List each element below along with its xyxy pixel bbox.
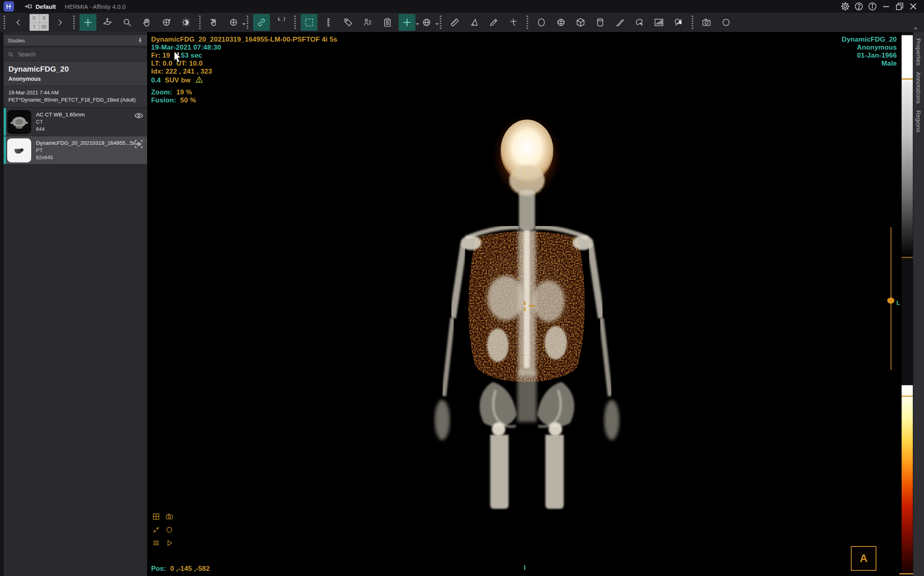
restore-button[interactable] (893, 1, 906, 12)
scale-ruler-button[interactable] (320, 14, 337, 31)
study-details[interactable]: 19-Mar-2021 7:44 AM PET^Dynamic_65min_PE… (4, 86, 147, 107)
viewport-corner-tools (152, 509, 174, 549)
eye-box-toggle[interactable] (134, 139, 144, 151)
ct-window-colorbar[interactable] (902, 35, 913, 257)
globe-button[interactable] (418, 14, 435, 31)
gear-icon (840, 1, 850, 12)
reset-button[interactable] (273, 14, 289, 31)
layout-cell-t[interactable]: T (30, 23, 39, 31)
lasso-icon (634, 17, 645, 28)
study-summary[interactable]: DynamicFDG_20 Anonymous (4, 62, 147, 86)
brush-button[interactable] (611, 14, 628, 31)
cylinder-roi-button[interactable] (592, 14, 609, 31)
window-level-button[interactable] (178, 14, 194, 31)
crosshair-button[interactable] (399, 14, 415, 31)
series-item[interactable]: AC CT WB_1.65mmCT644 (4, 108, 147, 136)
ellipse-roi-button[interactable] (533, 14, 550, 31)
sphere-roi-button[interactable] (553, 14, 569, 31)
help-circle-button[interactable] (852, 1, 866, 12)
angle-button[interactable] (466, 14, 483, 31)
pencil-button[interactable] (485, 14, 502, 31)
orientation-marker-inferior: I (524, 564, 526, 572)
mask-toggle-button[interactable] (670, 14, 687, 31)
lasso-button[interactable] (631, 14, 648, 31)
layout-selector-button[interactable]: CST3D (30, 14, 49, 31)
circle-marker-button[interactable] (165, 526, 174, 536)
toolbar-drag-handle[interactable] (73, 16, 75, 29)
camera-button[interactable] (698, 14, 715, 31)
tag-button[interactable] (340, 14, 357, 31)
tab-properties[interactable]: Properties (915, 35, 922, 69)
tab-regions[interactable]: Regions (915, 107, 922, 136)
point-marker-button[interactable] (505, 14, 522, 31)
orientation-button-anterior[interactable]: A (851, 546, 876, 571)
overlay-text: 19-Mar-2021 07:48:30 (151, 44, 221, 51)
workspace-name[interactable]: Default (36, 3, 56, 10)
overlay-zoom-fusion: Zoom:19 %Fusion:50 % (151, 88, 196, 104)
ruler-button[interactable] (446, 14, 463, 31)
link-button[interactable] (253, 14, 270, 31)
dropdown-caret-icon[interactable] (435, 23, 439, 25)
series-list: AC CT WB_1.65mmCT644DynamicFDG_20_202103… (4, 108, 147, 164)
gear-button[interactable] (838, 1, 852, 12)
fit-view-button[interactable] (301, 14, 317, 31)
eye-toggle[interactable] (134, 110, 144, 122)
oblique-plane-button[interactable] (99, 14, 116, 31)
zoom-button[interactable] (119, 14, 136, 31)
circle-tool-button[interactable] (718, 14, 734, 31)
menu-button[interactable] (152, 539, 160, 549)
patient-info-button[interactable] (359, 14, 376, 31)
series-thumbnail[interactable] (7, 138, 31, 162)
crosshair-icon (402, 17, 412, 28)
dropdown-caret-icon[interactable] (242, 23, 245, 25)
toolbar-drag-handle[interactable] (527, 16, 528, 29)
move-series-button[interactable] (206, 14, 222, 31)
overlay-line: 0.4SUV bw (151, 76, 337, 86)
grid-layout-icon (152, 512, 160, 521)
ct-window-marker[interactable] (902, 78, 913, 80)
rotate-3d-button[interactable] (158, 14, 175, 31)
snapshot-button[interactable] (165, 512, 174, 522)
overlay-line: Zoom:19 % (151, 88, 196, 96)
chevron-left-button[interactable] (10, 14, 27, 31)
cube-roi-button[interactable] (572, 14, 589, 31)
close-button[interactable] (906, 1, 920, 12)
corner-tools-row (152, 512, 174, 522)
rotate-3d-icon (161, 17, 172, 28)
image-viewport[interactable]: DynamicFDG_20_20210319_164955-LM-00-PSFT… (147, 32, 902, 576)
toolbar-drag-handle[interactable] (440, 16, 441, 29)
chevron-right-button[interactable] (52, 14, 68, 31)
toolbar-drag-handle[interactable] (247, 16, 248, 29)
target-button[interactable] (225, 14, 242, 31)
tab-annotations[interactable]: Annotations (915, 69, 922, 107)
layout-cell-3d[interactable]: 3D (40, 23, 49, 31)
play-button[interactable] (165, 539, 174, 549)
collapse-view-icon (152, 526, 160, 534)
toolbar-drag-handle[interactable] (199, 16, 201, 29)
collapse-view-button[interactable] (152, 526, 160, 536)
info-circle-button[interactable] (866, 1, 879, 12)
arrow-to-square-icon[interactable] (24, 2, 32, 11)
level-slider-handle[interactable] (887, 298, 894, 304)
pet-hot-colorbar[interactable] (902, 385, 913, 573)
target-icon (228, 17, 239, 28)
layout-cell-s[interactable]: S (40, 14, 49, 22)
histogram-button[interactable] (651, 14, 667, 31)
layout-cell-c[interactable]: C (30, 14, 39, 22)
search-input[interactable] (17, 51, 131, 58)
toolbar-collapse-chevron-up-icon[interactable] (912, 26, 919, 31)
patient-info-icon (363, 17, 373, 28)
grid-layout-button[interactable] (152, 512, 160, 522)
toolbar-drag-handle[interactable] (4, 16, 5, 29)
series-item[interactable]: DynamicFDG_20_20210319_164955...5sPT62x6… (4, 136, 147, 164)
minimize-button[interactable] (879, 1, 893, 12)
overlay-line: Fusion:50 % (151, 96, 196, 104)
toolbar-drag-handle[interactable] (692, 16, 693, 29)
series-thumbnail[interactable] (7, 110, 31, 134)
clipboard-button[interactable] (379, 14, 396, 31)
toolbar-drag-handle[interactable] (294, 16, 296, 29)
crosshair-button[interactable] (80, 14, 96, 31)
pan-hand-button[interactable] (138, 14, 155, 31)
window-edge-strip (0, 32, 4, 576)
pin-icon[interactable] (137, 38, 143, 44)
